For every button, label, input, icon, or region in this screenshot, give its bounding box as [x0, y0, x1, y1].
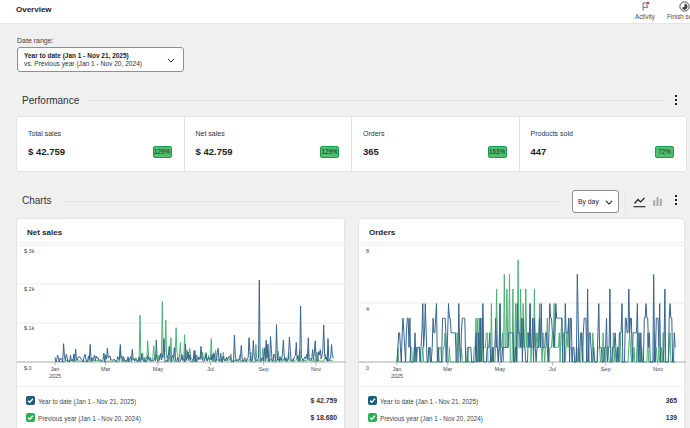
svg-text:$ 2k: $ 2k: [24, 286, 35, 292]
svg-text:May: May: [153, 366, 164, 372]
svg-text:$ 0: $ 0: [24, 365, 32, 371]
svg-text:2025: 2025: [391, 373, 403, 379]
svg-text:Jul: Jul: [207, 366, 214, 372]
svg-text:Sep: Sep: [601, 366, 611, 372]
svg-text:Jan: Jan: [51, 366, 60, 372]
svg-text:May: May: [495, 366, 506, 372]
svg-text:$ 1k: $ 1k: [24, 325, 35, 331]
svg-text:Mar: Mar: [101, 366, 111, 372]
svg-text:Sep: Sep: [259, 366, 269, 372]
svg-text:Jan: Jan: [393, 366, 402, 372]
svg-text:Jul: Jul: [549, 366, 556, 372]
svg-text:$ 3k: $ 3k: [24, 248, 35, 254]
svg-text:Nov: Nov: [653, 366, 663, 372]
svg-text:8: 8: [366, 248, 369, 254]
svg-text:0: 0: [366, 365, 369, 371]
svg-text:Mar: Mar: [443, 366, 453, 372]
svg-text:Nov: Nov: [311, 366, 321, 372]
svg-text:2025: 2025: [49, 373, 61, 379]
svg-text:4: 4: [366, 306, 369, 312]
